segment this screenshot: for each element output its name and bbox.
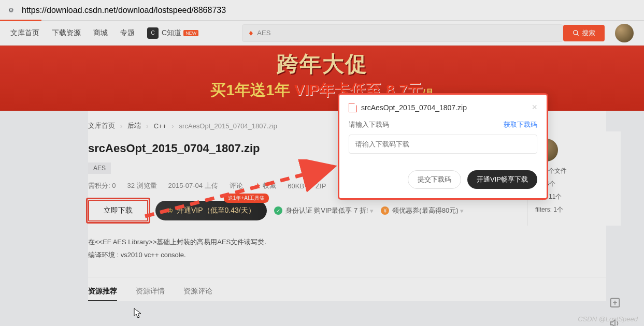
modal-body: 请输入下载码 获取下载码 (339, 120, 547, 163)
download-code-modal: srcAesOpt_2015_0704_1807.zip × 请输入下载码 获取… (338, 93, 548, 200)
modal-label: 请输入下载码 (349, 120, 389, 129)
submit-code-button[interactable]: 提交下载码 (408, 170, 461, 189)
download-code-input[interactable] (349, 135, 537, 154)
file-icon (349, 103, 357, 112)
modal-footer: 提交下载码 开通VIP畅享下载 (339, 163, 547, 198)
modal-header: srcAesOpt_2015_0704_1807.zip × (339, 95, 547, 120)
get-code-link[interactable]: 获取下载码 (504, 120, 537, 129)
modal-title: srcAesOpt_2015_0704_1807.zip (361, 103, 467, 112)
close-icon[interactable]: × (532, 102, 537, 113)
vip-download-button[interactable]: 开通VIP畅享下载 (467, 170, 537, 189)
